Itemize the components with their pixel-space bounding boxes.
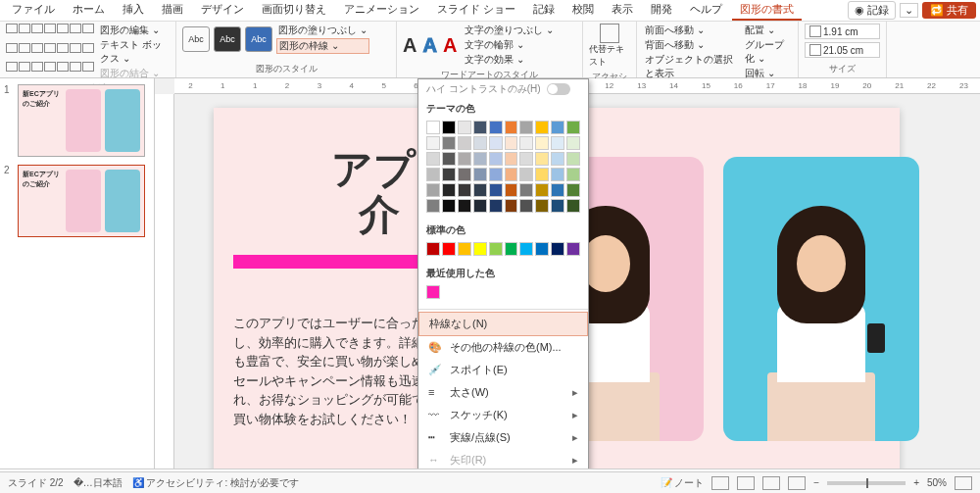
slide-counter[interactable]: スライド 2/2 — [8, 476, 64, 490]
menu-tab-5[interactable]: 画面切り替え — [254, 0, 334, 21]
shape-gallery[interactable] — [6, 24, 94, 80]
color-swatch[interactable] — [489, 136, 503, 150]
accent-bar[interactable] — [233, 255, 429, 269]
shape-fill-menu[interactable]: 図形の塗りつぶし ⌄ — [276, 24, 369, 37]
color-swatch[interactable] — [458, 183, 471, 197]
color-swatch[interactable] — [442, 199, 456, 213]
color-swatch[interactable] — [519, 242, 533, 256]
color-swatch[interactable] — [489, 168, 503, 181]
color-swatch[interactable] — [566, 168, 580, 181]
textbox-menu[interactable]: テキスト ボックス ⌄ — [98, 38, 170, 66]
color-swatch[interactable] — [473, 242, 487, 256]
color-swatch[interactable] — [505, 168, 518, 181]
alt-text-button[interactable]: 代替テキスト — [589, 24, 630, 69]
color-swatch[interactable] — [535, 136, 549, 150]
shape-height-input[interactable]: 1.91 cm — [805, 24, 880, 39]
theme-color-swatches[interactable] — [418, 119, 588, 221]
color-swatch[interactable] — [566, 199, 580, 213]
color-swatch[interactable] — [505, 242, 518, 256]
menu-tab-1[interactable]: ホーム — [65, 0, 113, 21]
color-swatch[interactable] — [489, 121, 503, 134]
color-swatch[interactable] — [442, 152, 456, 166]
align-menu[interactable]: 配置 ⌄ — [743, 24, 792, 37]
color-swatch[interactable] — [519, 136, 533, 150]
recent-color-swatches[interactable] — [418, 283, 588, 307]
color-swatch[interactable] — [551, 152, 564, 166]
weight-submenu[interactable]: ≡太さ(W)▸ — [418, 381, 588, 404]
menu-tab-8[interactable]: 記録 — [525, 0, 563, 21]
color-swatch[interactable] — [551, 121, 564, 134]
color-swatch[interactable] — [505, 121, 518, 134]
accessibility-status[interactable]: ♿ アクセシビリティ: 検討が必要です — [132, 476, 299, 490]
send-backward-button[interactable]: 背面へ移動 ⌄ — [643, 38, 737, 52]
zoom-level[interactable]: 50% — [927, 477, 947, 488]
zoom-slider[interactable] — [827, 481, 906, 485]
color-swatch[interactable] — [566, 183, 580, 197]
color-swatch[interactable] — [473, 199, 487, 213]
shape-outline-menu[interactable]: 図形の枠線 ⌄ — [276, 38, 369, 54]
reading-view-button[interactable] — [762, 476, 780, 490]
color-swatch[interactable] — [442, 121, 456, 134]
color-swatch[interactable] — [519, 152, 533, 166]
menu-tab-0[interactable]: ファイル — [4, 0, 63, 21]
color-swatch[interactable] — [551, 242, 564, 256]
color-swatch[interactable] — [489, 183, 503, 197]
color-swatch[interactable] — [505, 152, 518, 166]
shape-width-input[interactable]: 21.05 cm — [805, 42, 880, 58]
color-swatch[interactable] — [505, 199, 518, 213]
color-swatch[interactable] — [566, 121, 580, 134]
color-swatch[interactable] — [458, 121, 471, 134]
text-fill-menu[interactable]: 文字の塗りつぶし ⌄ — [463, 24, 556, 37]
color-swatch[interactable] — [458, 152, 471, 166]
color-swatch[interactable] — [519, 199, 533, 213]
color-swatch[interactable] — [458, 136, 471, 150]
color-swatch[interactable] — [442, 183, 456, 197]
dashes-submenu[interactable]: ┅実線/点線(S)▸ — [418, 426, 588, 449]
color-swatch[interactable] — [442, 168, 456, 181]
color-swatch[interactable] — [535, 152, 549, 166]
color-swatch[interactable] — [458, 168, 471, 181]
color-swatch[interactable] — [505, 136, 518, 150]
slideshow-view-button[interactable] — [788, 476, 806, 490]
color-swatch[interactable] — [535, 183, 549, 197]
color-swatch[interactable] — [535, 242, 549, 256]
color-swatch[interactable] — [426, 136, 440, 150]
color-swatch[interactable] — [473, 136, 487, 150]
color-swatch[interactable] — [566, 242, 580, 256]
zoom-in-button[interactable]: + — [913, 477, 919, 488]
color-swatch[interactable] — [458, 242, 471, 256]
color-swatch[interactable] — [426, 285, 440, 299]
color-swatch[interactable] — [489, 152, 503, 166]
color-swatch[interactable] — [426, 168, 440, 181]
color-swatch[interactable] — [426, 199, 440, 213]
color-swatch[interactable] — [426, 121, 440, 134]
color-swatch[interactable] — [426, 183, 440, 197]
normal-view-button[interactable] — [711, 476, 729, 490]
color-swatch[interactable] — [519, 183, 533, 197]
slide-thumbnail[interactable]: 新ECアプリ のご紹介 — [18, 165, 145, 237]
eyedropper-item[interactable]: 💉スポイト(E) — [418, 359, 588, 381]
color-swatch[interactable] — [566, 152, 580, 166]
menu-tab-2[interactable]: 挿入 — [115, 0, 152, 21]
color-swatch[interactable] — [551, 183, 564, 197]
more-outline-colors-item[interactable]: 🎨その他の枠線の色(M)... — [418, 336, 588, 359]
menu-tab-11[interactable]: 開発 — [643, 0, 680, 21]
color-swatch[interactable] — [442, 242, 456, 256]
notes-toggle[interactable]: 📝 ノート — [661, 476, 705, 490]
slide-thumbnail[interactable]: 新ECアプリ のご紹介 — [18, 84, 145, 157]
color-swatch[interactable] — [519, 168, 533, 181]
menu-tab-12[interactable]: ヘルプ — [682, 0, 730, 21]
edit-shape-menu[interactable]: 図形の編集 ⌄ — [98, 24, 170, 37]
slide-canvas-area[interactable]: 211234567891011121314151617181920212223 … — [155, 78, 980, 468]
menu-tab-6[interactable]: アニメーション — [336, 0, 427, 21]
color-swatch[interactable] — [535, 121, 549, 134]
color-swatch[interactable] — [426, 242, 440, 256]
sorter-view-button[interactable] — [737, 476, 755, 490]
color-swatch[interactable] — [442, 136, 456, 150]
ribbon-collapse-button[interactable]: ⌄ — [900, 3, 918, 18]
slide-thumbnail-panel[interactable]: 1 新ECアプリ のご紹介 2 新ECアプリ のご紹介 — [0, 78, 155, 468]
language-indicator[interactable]: �…日本語 — [74, 476, 122, 490]
standard-color-swatches[interactable] — [418, 240, 588, 264]
group-menu[interactable]: グループ化 ⌄ — [743, 38, 792, 66]
color-swatch[interactable] — [535, 168, 549, 181]
